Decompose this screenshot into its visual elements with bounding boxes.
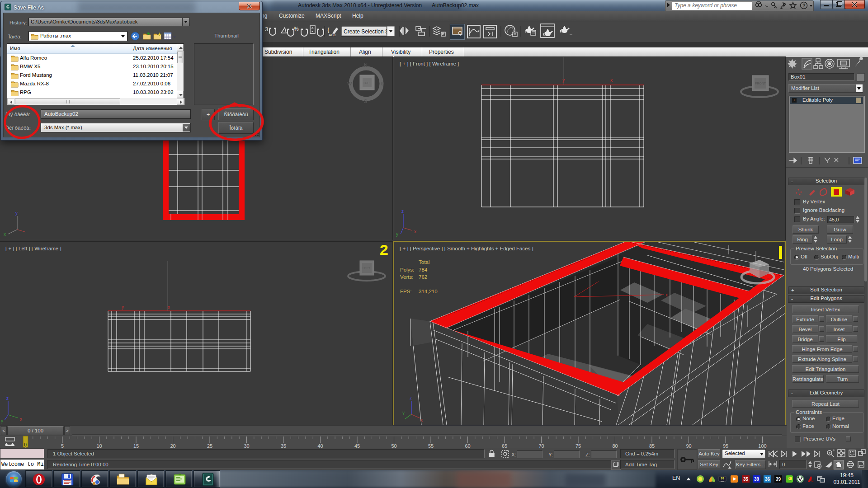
svg-text:3: 3 <box>265 26 268 33</box>
svg-text:y: y <box>122 305 124 310</box>
svg-text:99: 99 <box>721 477 724 480</box>
svg-text:W: W <box>347 81 352 86</box>
svg-text:39: 39 <box>776 477 781 482</box>
svg-text:x: x <box>168 305 170 310</box>
svg-text:FRONT: FRONT <box>755 82 766 85</box>
svg-text:ABC: ABC <box>329 33 336 37</box>
svg-text:x: x <box>610 78 613 83</box>
svg-text:?: ? <box>802 3 806 8</box>
svg-text:Verts:: Verts: <box>400 274 413 280</box>
svg-text:y: y <box>402 410 405 415</box>
svg-text:{: { <box>327 26 330 33</box>
svg-text:x: x <box>414 229 416 234</box>
svg-text:Total: Total <box>419 259 429 265</box>
svg-text:z: z <box>401 209 404 214</box>
svg-text:762: 762 <box>419 274 427 280</box>
svg-text:314,210: 314,210 <box>419 289 438 294</box>
svg-text:y: y <box>396 232 398 237</box>
svg-text:35: 35 <box>743 477 749 482</box>
svg-text:z: z <box>6 396 9 401</box>
svg-text:x: x <box>420 418 423 422</box>
svg-text:TOP: TOP <box>363 81 370 84</box>
svg-text:0: 0 <box>24 442 27 447</box>
svg-text:36: 36 <box>765 477 770 482</box>
svg-text:z: z <box>410 395 412 400</box>
svg-text:y: y <box>15 211 18 216</box>
svg-text:x: x <box>665 292 668 297</box>
svg-text:Polys:: Polys: <box>400 267 414 272</box>
svg-text:S: S <box>364 99 367 104</box>
svg-text:E: E <box>381 81 384 86</box>
svg-text:y: y <box>562 78 565 83</box>
svg-text:LEFT: LEFT <box>363 267 371 270</box>
svg-text:%: % <box>294 26 299 32</box>
svg-text:784: 784 <box>419 267 428 272</box>
svg-text:y: y <box>1 418 3 423</box>
svg-text:39: 39 <box>754 477 760 482</box>
svg-text:Create Selection Se: Create Selection Se <box>344 28 392 35</box>
svg-text:N: N <box>364 62 368 68</box>
svg-text:x: x <box>4 232 6 237</box>
svg-text:FPS:: FPS: <box>400 289 412 294</box>
svg-text:x: x <box>20 417 22 422</box>
